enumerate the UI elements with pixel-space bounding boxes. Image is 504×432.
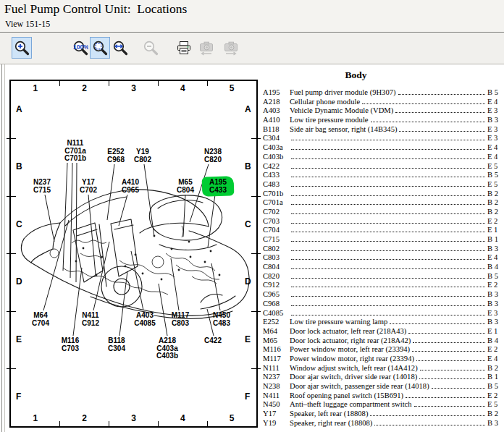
grid-column-label: 3 xyxy=(109,83,159,93)
leader-dots xyxy=(291,232,485,232)
grid-tick xyxy=(59,421,60,426)
table-row: C802B 3 xyxy=(263,245,503,254)
component-code: C403b xyxy=(263,153,290,162)
component-code: C912 xyxy=(263,281,290,290)
grid-row-label: E xyxy=(16,334,22,344)
pane-divider xyxy=(4,64,5,432)
component-description: Door ajar switch, driver side rear (1401… xyxy=(290,373,418,382)
leader-dots xyxy=(374,425,485,425)
grid-column-label: 1 xyxy=(11,83,60,93)
diagram-callout: N238C820 xyxy=(204,148,222,164)
diagram-callout: N111C701aC701b xyxy=(64,140,86,163)
leader-dots xyxy=(291,158,485,159)
table-row: C403bE 4 xyxy=(263,153,503,162)
table-row: C704E 1 xyxy=(263,226,503,235)
grid-tick xyxy=(7,368,16,369)
svg-text:100%: 100% xyxy=(73,43,88,51)
magnifier-plus-icon xyxy=(14,40,30,56)
component-code: C968 xyxy=(263,300,290,309)
table-row: A410Low tire pressure moduleB 3 xyxy=(263,116,503,125)
component-code: C4085 xyxy=(263,309,290,318)
leader-dots xyxy=(291,305,485,306)
page-title: Fuel Pump Control Unit: Locations xyxy=(4,1,187,17)
previous-view-button[interactable] xyxy=(196,37,217,59)
grid-tick xyxy=(109,81,109,86)
diagram-canvas[interactable]: N111C701aC701bE252C968Y19C802N238C820N23… xyxy=(9,80,258,428)
zoom-fit-button[interactable] xyxy=(90,37,110,59)
zoom-100-button[interactable]: 100% xyxy=(70,37,91,59)
print-button[interactable] xyxy=(174,37,194,59)
table-row: C804B 4 xyxy=(263,263,503,272)
table-row: C803E 4 xyxy=(263,253,503,263)
grid-reference: B 2 xyxy=(487,208,503,217)
grid-row-label: C xyxy=(16,219,22,229)
view-header: Fuel Pump Control Unit: Locations View 1… xyxy=(0,0,504,32)
zoom-width-button[interactable] xyxy=(110,37,130,59)
leader-dots xyxy=(370,415,485,416)
grid-reference: B 2 xyxy=(487,190,503,199)
pane-divider xyxy=(1,64,2,432)
component-location-table: Body A195Fuel pump driver module (9H307)… xyxy=(263,69,503,428)
leader-dots xyxy=(291,278,485,279)
leader-dots xyxy=(291,296,485,297)
leader-dots xyxy=(432,388,485,389)
magnifier-width-icon xyxy=(112,40,128,56)
grid-column-label: 3 xyxy=(109,413,159,423)
component-code: C715 xyxy=(263,235,290,245)
leader-dots xyxy=(413,342,485,343)
table-row: C483E 5 xyxy=(263,180,503,190)
component-code: M117 xyxy=(263,355,290,364)
component-code: A410 xyxy=(263,116,290,125)
grid-reference: E 3 xyxy=(487,309,503,318)
grid-tick xyxy=(158,81,159,86)
table-row: E252Low tire pressure warning lampB 3 xyxy=(263,318,503,327)
grid-reference: E 3 xyxy=(487,134,503,143)
component-code: C704 xyxy=(263,226,290,235)
grid-row-label: F xyxy=(245,391,250,402)
printer-icon xyxy=(176,40,192,56)
next-view-button[interactable] xyxy=(221,37,241,59)
diagram-callout: B118C304 xyxy=(108,337,125,352)
table-row: C701bB 2 xyxy=(263,190,503,199)
grid-reference: E 4 xyxy=(487,253,503,263)
grid-reference: E 4 xyxy=(487,355,503,364)
component-description: Speaker, left rear (18808) xyxy=(290,410,369,419)
leader-dots xyxy=(416,360,485,361)
grid-reference: B 5 xyxy=(487,382,503,391)
grid-row-label: B xyxy=(16,161,22,171)
leader-dots xyxy=(291,195,485,196)
grid-reference: E 4 xyxy=(487,143,503,153)
grid-row-label: A xyxy=(16,104,22,114)
grid-reference: B 5 xyxy=(487,171,503,180)
grid-reference: B 1 xyxy=(487,373,503,382)
component-code: A195 xyxy=(263,88,290,98)
diagram-callout: Y19C802 xyxy=(134,148,151,164)
grid-column-label: 2 xyxy=(60,413,109,423)
component-code: N111 xyxy=(263,364,290,373)
table-section-title: Body xyxy=(263,69,503,81)
table-row: C968B 3 xyxy=(263,300,503,309)
grid-reference: E 2 xyxy=(487,391,503,401)
view-number: View 151-15 xyxy=(5,19,50,30)
grid-column-label: 4 xyxy=(158,83,207,93)
grid-tick xyxy=(207,421,208,426)
diagram-callout: E252C968 xyxy=(107,148,125,164)
grid-tick xyxy=(158,421,159,426)
grid-row-label: B xyxy=(245,161,251,171)
component-description: Power window motor, left rear (23394) xyxy=(290,345,411,355)
diagram-callout: M65C804 xyxy=(177,179,194,194)
zoom-out-button[interactable] xyxy=(140,37,161,59)
grid-reference: B 4 xyxy=(487,263,503,272)
table-row: N237Door ajar switch, driver side rear (… xyxy=(263,373,503,382)
component-description: Door lock actuator, right rear (218A42) xyxy=(290,336,411,346)
component-code: A403 xyxy=(263,106,290,116)
table-row: C701aB 2 xyxy=(263,198,503,208)
grid-tick xyxy=(251,196,261,197)
component-code: C304 xyxy=(263,134,290,143)
component-code: C701a xyxy=(263,198,290,208)
grid-reference: E 1 xyxy=(487,226,503,235)
leader-dots xyxy=(291,287,485,287)
table-row: C715B 1 xyxy=(263,235,503,245)
component-code: C803 xyxy=(263,253,290,263)
zoom-in-button[interactable] xyxy=(12,37,32,59)
